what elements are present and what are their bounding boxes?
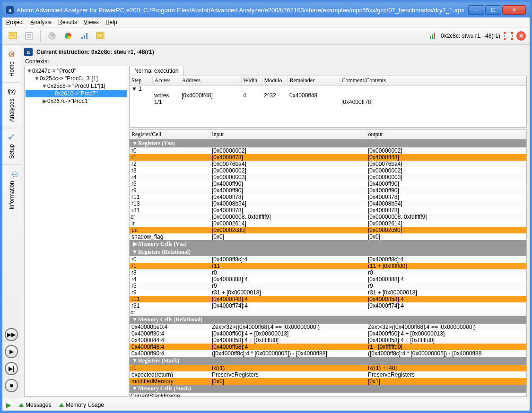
col-modulo[interactable]: Modulo <box>262 76 288 86</box>
sidebar-tab-information[interactable]: Informationⓘ <box>2 164 21 215</box>
wrench-icon: 🔧 <box>8 134 16 141</box>
col-step[interactable]: Step <box>130 76 152 86</box>
register-row[interactable]: modifiedMemory[0x0][0x1] <box>130 378 526 385</box>
register-row[interactable]: r2[0x00076ba4][0x00076ba4] <box>130 161 526 167</box>
minimize-button[interactable]: ─ <box>468 5 484 15</box>
col-width[interactable]: Width <box>241 76 262 86</box>
section-header[interactable]: ▼Memory Cells (Stack) <box>130 385 526 393</box>
section-header[interactable]: ▶Memory Cells (Vsa) <box>130 240 526 248</box>
toolbar-btn-3[interactable] <box>45 29 59 43</box>
register-table[interactable]: Register/Cell input output ▼Registers (V… <box>129 129 527 397</box>
register-row[interactable]: ▶cr <box>130 309 526 316</box>
section-header[interactable]: ▼Registers (Vsa) <box>130 139 526 148</box>
menu-results[interactable]: Results <box>58 19 77 26</box>
register-row[interactable]: 0x4000ff48:4[0x4000ff58]:4r1 - [0xffffff… <box>130 344 526 350</box>
status-text: 0x2c8c: stwu r1, -48(r1) <box>441 33 500 39</box>
col-address[interactable]: Address <box>180 76 241 86</box>
maximize-button[interactable]: ☐ <box>485 5 501 15</box>
play-button[interactable]: ▶ <box>5 345 18 358</box>
toolbar-btn-2[interactable] <box>22 29 35 43</box>
toolbar: 0x2c8c: stwu r1, -48(r1) ✕ <box>2 27 530 45</box>
col-output[interactable]: output <box>366 130 526 139</box>
app-window: a AbsInt Advanced Analyzer for PowerPC e… <box>2 2 530 411</box>
sidebar-tab-setup[interactable]: Setup🔧 <box>2 128 21 164</box>
register-row[interactable]: 0x4000ff44:4[0x4000ff58]:4 + [0xffffffd0… <box>130 337 526 344</box>
register-row[interactable]: r1R(r1)R(r1) + [48] <box>130 365 526 371</box>
toolbar-btn-4[interactable] <box>61 29 75 43</box>
section-header[interactable]: ▼Registers (Stack) <box>130 357 526 365</box>
register-row[interactable]: r31[0x4000ff74]:4[0x4000ff74]:4 <box>130 302 526 309</box>
step-back-button[interactable]: ▶▶ <box>5 328 18 341</box>
register-row[interactable]: r13[0x40008b54][0x40008b54] <box>130 200 526 207</box>
svg-rect-12 <box>86 33 87 39</box>
register-row[interactable]: expected(return)PreserveRegistersPreserv… <box>130 371 526 378</box>
main-panel: a Current instruction: 0x2c8c: stwu r1, … <box>21 45 530 399</box>
menu-views[interactable]: Views <box>84 19 99 26</box>
register-row[interactable]: r3r0r0 <box>130 269 526 276</box>
menu-project[interactable]: Project <box>6 19 24 26</box>
register-row[interactable]: r4[0x00000003][0x00000003] <box>130 174 526 181</box>
register-row[interactable]: r9r31 + [0x00000018]r31 + [0x00000018] <box>130 289 526 296</box>
register-row[interactable]: ▼CurrentStackFrame <box>130 393 526 397</box>
tree-node[interactable]: ▼0x254c-> "Proc0.L3"[1] <box>26 75 127 82</box>
register-row[interactable]: r3[0x00000002][0x00000002] <box>130 167 526 174</box>
register-row[interactable]: r0[0x00000002][0x00000002] <box>130 147 526 154</box>
register-row[interactable]: shadow_flag[0x0][0x0] <box>130 233 526 240</box>
menu-analysis[interactable]: Analysis <box>30 19 52 26</box>
playback-controls: ▶▶ ▶ ▶| ■ <box>5 328 18 392</box>
sidebar-tab-home[interactable]: Home🏠 <box>2 45 21 82</box>
register-row[interactable]: r11[0x4000ff48]:4[0x4000ff58]:4 <box>130 296 526 302</box>
tree-node[interactable]: ▼0x25c8-> "Proc0.L1"[1] <box>26 82 127 90</box>
step-forward-button[interactable]: ▶| <box>5 362 18 375</box>
register-row[interactable]: 0x40000be0:4Zext<32>([0x4000ff68]:4 == [… <box>130 324 526 330</box>
register-row[interactable]: r5r9r9 <box>130 283 526 289</box>
sidebar-tab-analyses[interactable]: Analysesf(x) <box>2 82 21 128</box>
register-row[interactable]: ▶cr[0x00000008..0xfdfffff9][0x00000008..… <box>130 214 526 220</box>
register-row[interactable]: r9[0x4000ff90][0x4000ff90] <box>130 187 526 194</box>
register-row[interactable]: 0x4000ff30:4[0x4000ff60]:4 + [0x00000013… <box>130 330 526 337</box>
toolbar-btn-5[interactable] <box>78 29 91 43</box>
svg-rect-10 <box>81 37 83 39</box>
menu-help[interactable]: Help <box>105 19 117 26</box>
memory-usage-link[interactable]: Memory Usage <box>59 402 104 408</box>
svg-rect-13 <box>96 32 104 39</box>
tree-node[interactable]: 0x2610->"Proc7" <box>26 90 127 97</box>
error-icon[interactable]: ✕ <box>516 31 526 41</box>
register-row[interactable]: r0[0x4000ff8c]:4[0x4000ff8c]:4 <box>130 256 526 263</box>
exec-row[interactable]: ▼ 1 <box>130 86 526 93</box>
stop-button[interactable]: ■ <box>5 379 18 392</box>
fullscreen-icon[interactable] <box>504 33 513 39</box>
register-row[interactable]: r31[0x4000ff78][0x4000ff78] <box>130 207 526 214</box>
register-row[interactable]: lr[0x00002614][0x00002614] <box>130 220 526 227</box>
play-icon[interactable]: ▶ <box>6 401 11 409</box>
window-buttons: ─ ☐ ✕ <box>468 5 526 15</box>
col-input[interactable]: input <box>210 130 366 139</box>
section-header[interactable]: ▼Registers (Relational) <box>130 248 526 256</box>
toolbar-btn-1[interactable] <box>6 29 19 43</box>
col-remainder[interactable]: Remainder <box>288 76 340 86</box>
register-row[interactable]: 0x4000ff90:4([0x4000ff8c]:4 * [0x0000000… <box>130 350 526 357</box>
register-row[interactable]: r1[0x4000ff78][0x4000ff48] <box>130 154 526 161</box>
right-panel: Normal execution Step Access Address Wid… <box>129 66 527 397</box>
tree-node[interactable]: ▼0x247c-> "Proc0" <box>26 67 127 75</box>
execution-table[interactable]: Step Access Address Width Modulo Remaind… <box>129 76 527 128</box>
close-button[interactable]: ✕ <box>502 5 526 15</box>
tree-node[interactable]: ▶0x267c->"Proc1" <box>26 97 127 105</box>
col-register[interactable]: Register/Cell <box>130 130 210 139</box>
window-title: AbsInt Advanced Analyzer for PowerPC e20… <box>17 7 468 14</box>
toolbar-btn-6[interactable] <box>94 29 107 43</box>
col-access[interactable]: Access <box>152 76 180 86</box>
register-row[interactable]: pc[0x00002c8c][0x00002c90] <box>130 227 526 233</box>
exec-row[interactable]: 1/1[0x4000ff78] <box>130 99 526 105</box>
exec-row[interactable]: writes[0x4000ff48]42^320x4000ff48 <box>130 92 526 99</box>
section-header[interactable]: ▼Memory Cells (Relational) <box>130 316 526 324</box>
tab-normal-execution[interactable]: Normal execution <box>129 66 183 76</box>
messages-link[interactable]: Messages <box>19 402 52 408</box>
register-row[interactable]: r5[0x4000ff90][0x4000ff90] <box>130 181 526 187</box>
context-tree[interactable]: ▼0x247c-> "Proc0"▼0x254c-> "Proc0.L3"[1]… <box>24 66 128 397</box>
current-instruction: Current instruction: 0x2c8c: stwu r1, -4… <box>35 47 155 57</box>
col-comment[interactable]: Comment/Contents <box>340 76 526 86</box>
register-row[interactable]: r11[0x4000ff78][0x4000ff78] <box>130 194 526 200</box>
register-row[interactable]: r4[0x4000ff88]:4[0x4000ff88]:4 <box>130 276 526 283</box>
register-row[interactable]: r1r11r11 + [0xffffffd0] <box>130 263 526 269</box>
